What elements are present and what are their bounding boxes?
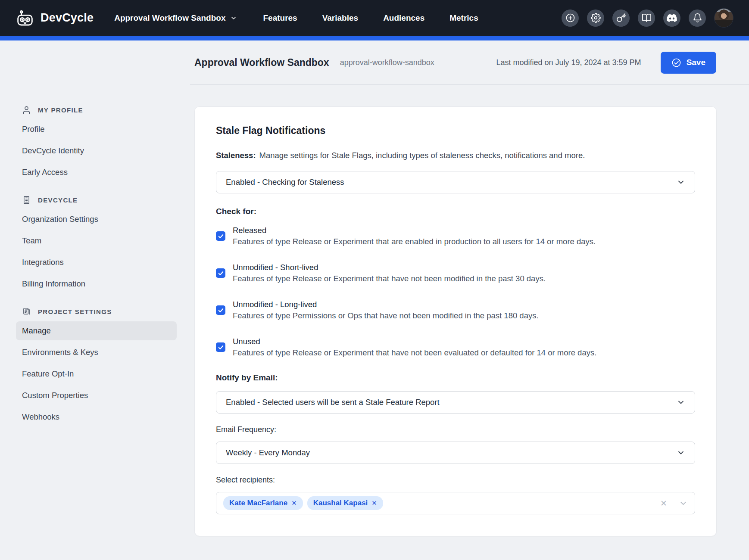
check-label: Unmodified - Long-lived bbox=[233, 299, 539, 310]
devcycle-robot-icon bbox=[16, 9, 34, 27]
released-checkbox[interactable] bbox=[216, 231, 225, 241]
brand-name: DevCycle bbox=[41, 11, 94, 25]
notifications-button[interactable] bbox=[689, 9, 706, 27]
unmodified-short-checkbox[interactable] bbox=[216, 268, 225, 278]
card-heading: Stale Flag Notifications bbox=[216, 125, 695, 137]
check-row-released: Released Features of type Release or Exp… bbox=[216, 225, 695, 247]
staleness-label: Staleness: bbox=[216, 151, 256, 160]
chevron-down-icon[interactable] bbox=[679, 499, 688, 508]
sidebar-item-devcycle-identity[interactable]: DevCycle Identity bbox=[16, 141, 177, 160]
plus-circle-icon bbox=[565, 13, 575, 23]
top-navbar: DevCycle Approval Workflow Sandbox Featu… bbox=[0, 0, 749, 36]
accent-bar bbox=[0, 36, 749, 40]
page-header: Approval Workflow Sandbox approval-workf… bbox=[190, 40, 749, 85]
check-circle-icon bbox=[671, 58, 681, 68]
check-label: Unmodified - Short-lived bbox=[233, 262, 546, 273]
nav-link-audiences[interactable]: Audiences bbox=[383, 13, 424, 23]
page-slug: approval-workflow-sandbox bbox=[340, 58, 434, 67]
main-content: Stale Flag Notifications Staleness:Manag… bbox=[177, 85, 749, 536]
sidebar-item-profile[interactable]: Profile bbox=[16, 120, 177, 139]
clear-all-icon[interactable]: ✕ bbox=[660, 498, 667, 508]
chevron-down-icon bbox=[230, 15, 237, 22]
chevron-down-icon bbox=[677, 178, 685, 187]
chevron-down-icon bbox=[677, 448, 685, 457]
check-description: Features of type Permissions or Ops that… bbox=[233, 310, 539, 321]
sidebar-item-manage[interactable]: Manage bbox=[16, 321, 177, 340]
email-frequency-select[interactable]: Weekly - Every Monday bbox=[216, 442, 695, 464]
notify-by-email-select[interactable]: Enabled - Selected users will be sent a … bbox=[216, 391, 695, 414]
sidebar-item-environments-keys[interactable]: Environments & Keys bbox=[16, 343, 177, 362]
primary-nav: Features Variables Audiences Metrics bbox=[263, 13, 478, 23]
check-description: Features of type Release or Experiment t… bbox=[233, 347, 596, 358]
notify-select-value: Enabled - Selected users will be sent a … bbox=[226, 398, 440, 407]
recipient-tag: Kate MacFarlane ✕ bbox=[223, 496, 303, 510]
sidebar-item-team[interactable]: Team bbox=[16, 231, 177, 250]
recipients-multiselect[interactable]: Kate MacFarlane ✕ Kaushal Kapasi ✕ ✕ bbox=[216, 492, 695, 514]
key-icon bbox=[616, 13, 626, 23]
sidebar-item-webhooks[interactable]: Webhooks bbox=[16, 408, 177, 426]
check-row-unmodified-long: Unmodified - Long-lived Features of type… bbox=[216, 299, 695, 321]
sidebar-section-devcycle: DevCycle bbox=[22, 196, 177, 205]
chevron-down-icon bbox=[677, 398, 685, 407]
bell-icon bbox=[693, 13, 702, 23]
unused-checkbox[interactable] bbox=[216, 342, 225, 352]
staleness-description-row: Staleness:Manage settings for Stale Flag… bbox=[216, 151, 695, 160]
recipient-tag: Kaushal Kapasi ✕ bbox=[307, 496, 383, 510]
sidebar-item-custom-properties[interactable]: Custom Properties bbox=[16, 386, 177, 405]
remove-recipient-icon[interactable]: ✕ bbox=[291, 499, 297, 507]
email-frequency-value: Weekly - Every Monday bbox=[226, 448, 310, 457]
building-icon bbox=[22, 196, 31, 205]
discord-icon bbox=[667, 13, 677, 23]
api-keys-button[interactable] bbox=[612, 9, 630, 27]
sidebar-item-feature-opt-in[interactable]: Feature Opt-In bbox=[16, 364, 177, 383]
nav-link-metrics[interactable]: Metrics bbox=[449, 13, 478, 23]
sidebar-section-project-settings: Project Settings bbox=[22, 307, 177, 316]
navbar-actions bbox=[562, 8, 733, 28]
project-selector-label: Approval Workflow Sandbox bbox=[114, 13, 225, 23]
sidebar-item-billing-information[interactable]: Billing Information bbox=[16, 274, 177, 293]
sidebar-item-organization-settings[interactable]: Organization Settings bbox=[16, 210, 177, 229]
remove-recipient-icon[interactable]: ✕ bbox=[371, 499, 377, 507]
last-modified-text: Last modified on July 19, 2024 at 3:59 P… bbox=[496, 58, 641, 67]
save-button[interactable]: Save bbox=[661, 52, 716, 74]
unmodified-long-checkbox[interactable] bbox=[216, 305, 225, 315]
recipient-name: Kaushal Kapasi bbox=[313, 499, 368, 507]
check-row-unmodified-short: Unmodified - Short-lived Features of typ… bbox=[216, 262, 695, 284]
add-button[interactable] bbox=[562, 9, 579, 27]
staleness-description: Manage settings for Stale Flags, includi… bbox=[259, 151, 585, 160]
book-open-icon bbox=[642, 13, 652, 23]
devcycle-logo[interactable]: DevCycle bbox=[16, 9, 94, 27]
staleness-select[interactable]: Enabled - Checking for Staleness bbox=[216, 171, 695, 193]
save-button-label: Save bbox=[687, 58, 705, 67]
settings-button[interactable] bbox=[587, 9, 604, 27]
docs-button[interactable] bbox=[638, 9, 655, 27]
check-label: Released bbox=[233, 225, 596, 236]
settings-sidebar: My Profile Profile DevCycle Identity Ear… bbox=[16, 85, 177, 429]
nav-link-variables[interactable]: Variables bbox=[322, 13, 358, 23]
user-avatar[interactable] bbox=[714, 8, 733, 28]
stale-flag-notifications-card: Stale Flag Notifications Staleness:Manag… bbox=[194, 106, 717, 536]
recipient-name: Kate MacFarlane bbox=[229, 499, 287, 507]
user-icon bbox=[22, 106, 31, 115]
gear-icon bbox=[591, 13, 601, 23]
sidebar-section-my-profile: My Profile bbox=[22, 106, 177, 115]
sidebar-section-label: Project Settings bbox=[38, 308, 112, 315]
nav-link-features[interactable]: Features bbox=[263, 13, 297, 23]
page-title: Approval Workflow Sandbox bbox=[194, 57, 329, 68]
sidebar-section-label: My Profile bbox=[38, 106, 83, 114]
project-selector[interactable]: Approval Workflow Sandbox bbox=[114, 13, 237, 23]
sidebar-item-integrations[interactable]: Integrations bbox=[16, 253, 177, 272]
notify-by-email-label: Notify by Email: bbox=[216, 373, 695, 383]
check-row-unused: Unused Features of type Release or Exper… bbox=[216, 336, 695, 358]
sidebar-item-early-access[interactable]: Early Access bbox=[16, 163, 177, 182]
check-label: Unused bbox=[233, 336, 596, 347]
staleness-select-value: Enabled - Checking for Staleness bbox=[226, 177, 344, 187]
email-frequency-label: Email Frequency: bbox=[216, 425, 695, 434]
discord-button[interactable] bbox=[663, 9, 680, 27]
check-description: Features of type Release or Experiment t… bbox=[233, 236, 596, 247]
sidebar-section-label: DevCycle bbox=[38, 196, 78, 204]
divider bbox=[673, 497, 673, 509]
check-description: Features of type Release or Experiment t… bbox=[233, 273, 546, 284]
multiselect-controls: ✕ bbox=[660, 497, 688, 509]
select-recipients-label: Select recipients: bbox=[216, 476, 695, 485]
